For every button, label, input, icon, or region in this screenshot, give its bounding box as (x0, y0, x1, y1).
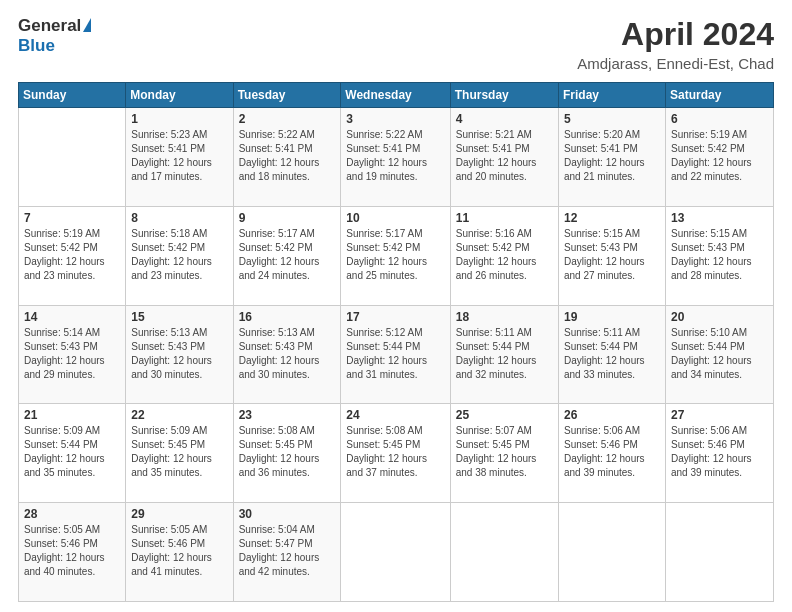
sunset-text: Sunset: 5:47 PM (239, 537, 336, 551)
calendar-cell: 18 Sunrise: 5:11 AM Sunset: 5:44 PM Dayl… (450, 305, 558, 404)
day-info: Sunrise: 5:04 AM Sunset: 5:47 PM Dayligh… (239, 523, 336, 579)
day-number: 9 (239, 211, 336, 225)
calendar-cell: 30 Sunrise: 5:04 AM Sunset: 5:47 PM Dayl… (233, 503, 341, 602)
sunset-text: Sunset: 5:42 PM (346, 241, 444, 255)
day-info: Sunrise: 5:09 AM Sunset: 5:45 PM Dayligh… (131, 424, 227, 480)
calendar-cell: 10 Sunrise: 5:17 AM Sunset: 5:42 PM Dayl… (341, 206, 450, 305)
calendar-cell: 9 Sunrise: 5:17 AM Sunset: 5:42 PM Dayli… (233, 206, 341, 305)
day-number: 17 (346, 310, 444, 324)
daylight-text: Daylight: 12 hours and 27 minutes. (564, 255, 660, 283)
logo-triangle-icon (83, 18, 91, 32)
day-number: 26 (564, 408, 660, 422)
logo: General Blue (18, 16, 91, 56)
day-number: 16 (239, 310, 336, 324)
daylight-text: Daylight: 12 hours and 22 minutes. (671, 156, 768, 184)
page: General Blue April 2024 Amdjarass, Enned… (0, 0, 792, 612)
day-info: Sunrise: 5:17 AM Sunset: 5:42 PM Dayligh… (346, 227, 444, 283)
sunrise-text: Sunrise: 5:22 AM (346, 128, 444, 142)
day-number: 24 (346, 408, 444, 422)
day-info: Sunrise: 5:07 AM Sunset: 5:45 PM Dayligh… (456, 424, 553, 480)
sunset-text: Sunset: 5:46 PM (131, 537, 227, 551)
sunset-text: Sunset: 5:44 PM (671, 340, 768, 354)
calendar-cell (450, 503, 558, 602)
daylight-text: Daylight: 12 hours and 34 minutes. (671, 354, 768, 382)
sunset-text: Sunset: 5:42 PM (131, 241, 227, 255)
calendar-table: Sunday Monday Tuesday Wednesday Thursday… (18, 82, 774, 602)
daylight-text: Daylight: 12 hours and 37 minutes. (346, 452, 444, 480)
daylight-text: Daylight: 12 hours and 41 minutes. (131, 551, 227, 579)
day-number: 2 (239, 112, 336, 126)
header: General Blue April 2024 Amdjarass, Enned… (18, 16, 774, 72)
sunrise-text: Sunrise: 5:23 AM (131, 128, 227, 142)
header-thursday: Thursday (450, 83, 558, 108)
sunset-text: Sunset: 5:46 PM (671, 438, 768, 452)
day-info: Sunrise: 5:13 AM Sunset: 5:43 PM Dayligh… (131, 326, 227, 382)
sunset-text: Sunset: 5:43 PM (131, 340, 227, 354)
calendar-subtitle: Amdjarass, Ennedi-Est, Chad (577, 55, 774, 72)
sunrise-text: Sunrise: 5:14 AM (24, 326, 120, 340)
sunset-text: Sunset: 5:46 PM (564, 438, 660, 452)
daylight-text: Daylight: 12 hours and 31 minutes. (346, 354, 444, 382)
sunset-text: Sunset: 5:46 PM (24, 537, 120, 551)
day-number: 4 (456, 112, 553, 126)
daylight-text: Daylight: 12 hours and 25 minutes. (346, 255, 444, 283)
sunrise-text: Sunrise: 5:04 AM (239, 523, 336, 537)
daylight-text: Daylight: 12 hours and 30 minutes. (131, 354, 227, 382)
day-number: 13 (671, 211, 768, 225)
calendar-cell: 8 Sunrise: 5:18 AM Sunset: 5:42 PM Dayli… (126, 206, 233, 305)
day-number: 30 (239, 507, 336, 521)
sunrise-text: Sunrise: 5:20 AM (564, 128, 660, 142)
sunrise-text: Sunrise: 5:08 AM (346, 424, 444, 438)
header-tuesday: Tuesday (233, 83, 341, 108)
sunrise-text: Sunrise: 5:18 AM (131, 227, 227, 241)
sunset-text: Sunset: 5:43 PM (671, 241, 768, 255)
day-number: 12 (564, 211, 660, 225)
daylight-text: Daylight: 12 hours and 20 minutes. (456, 156, 553, 184)
daylight-text: Daylight: 12 hours and 39 minutes. (564, 452, 660, 480)
day-number: 28 (24, 507, 120, 521)
sunrise-text: Sunrise: 5:19 AM (671, 128, 768, 142)
sunset-text: Sunset: 5:41 PM (239, 142, 336, 156)
sunset-text: Sunset: 5:41 PM (564, 142, 660, 156)
calendar-cell: 23 Sunrise: 5:08 AM Sunset: 5:45 PM Dayl… (233, 404, 341, 503)
sunrise-text: Sunrise: 5:05 AM (131, 523, 227, 537)
day-info: Sunrise: 5:06 AM Sunset: 5:46 PM Dayligh… (564, 424, 660, 480)
logo-general-text: General (18, 16, 81, 36)
day-info: Sunrise: 5:10 AM Sunset: 5:44 PM Dayligh… (671, 326, 768, 382)
calendar-cell: 12 Sunrise: 5:15 AM Sunset: 5:43 PM Dayl… (558, 206, 665, 305)
day-info: Sunrise: 5:21 AM Sunset: 5:41 PM Dayligh… (456, 128, 553, 184)
day-number: 10 (346, 211, 444, 225)
sunset-text: Sunset: 5:44 PM (346, 340, 444, 354)
daylight-text: Daylight: 12 hours and 18 minutes. (239, 156, 336, 184)
daylight-text: Daylight: 12 hours and 39 minutes. (671, 452, 768, 480)
day-info: Sunrise: 5:19 AM Sunset: 5:42 PM Dayligh… (671, 128, 768, 184)
sunrise-text: Sunrise: 5:09 AM (131, 424, 227, 438)
daylight-text: Daylight: 12 hours and 33 minutes. (564, 354, 660, 382)
sunrise-text: Sunrise: 5:13 AM (239, 326, 336, 340)
sunrise-text: Sunrise: 5:17 AM (239, 227, 336, 241)
day-number: 5 (564, 112, 660, 126)
day-info: Sunrise: 5:05 AM Sunset: 5:46 PM Dayligh… (131, 523, 227, 579)
sunset-text: Sunset: 5:44 PM (564, 340, 660, 354)
sunrise-text: Sunrise: 5:05 AM (24, 523, 120, 537)
calendar-cell (665, 503, 773, 602)
calendar-cell: 25 Sunrise: 5:07 AM Sunset: 5:45 PM Dayl… (450, 404, 558, 503)
calendar-cell: 5 Sunrise: 5:20 AM Sunset: 5:41 PM Dayli… (558, 108, 665, 207)
calendar-cell: 6 Sunrise: 5:19 AM Sunset: 5:42 PM Dayli… (665, 108, 773, 207)
calendar-cell: 1 Sunrise: 5:23 AM Sunset: 5:41 PM Dayli… (126, 108, 233, 207)
daylight-text: Daylight: 12 hours and 24 minutes. (239, 255, 336, 283)
calendar-cell: 2 Sunrise: 5:22 AM Sunset: 5:41 PM Dayli… (233, 108, 341, 207)
day-info: Sunrise: 5:15 AM Sunset: 5:43 PM Dayligh… (564, 227, 660, 283)
sunrise-text: Sunrise: 5:12 AM (346, 326, 444, 340)
day-number: 25 (456, 408, 553, 422)
sunrise-text: Sunrise: 5:15 AM (671, 227, 768, 241)
calendar-cell: 4 Sunrise: 5:21 AM Sunset: 5:41 PM Dayli… (450, 108, 558, 207)
day-info: Sunrise: 5:22 AM Sunset: 5:41 PM Dayligh… (239, 128, 336, 184)
sunrise-text: Sunrise: 5:09 AM (24, 424, 120, 438)
day-info: Sunrise: 5:11 AM Sunset: 5:44 PM Dayligh… (564, 326, 660, 382)
sunset-text: Sunset: 5:44 PM (456, 340, 553, 354)
day-info: Sunrise: 5:08 AM Sunset: 5:45 PM Dayligh… (239, 424, 336, 480)
header-friday: Friday (558, 83, 665, 108)
calendar-cell: 28 Sunrise: 5:05 AM Sunset: 5:46 PM Dayl… (19, 503, 126, 602)
day-number: 8 (131, 211, 227, 225)
